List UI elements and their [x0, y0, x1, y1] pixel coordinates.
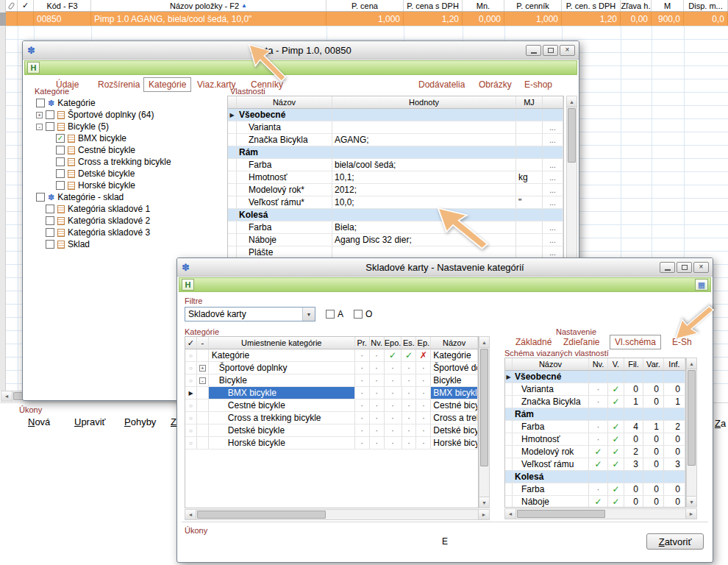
checkbox[interactable]	[36, 99, 45, 107]
column-header-disp[interactable]: Disp. m...	[684, 0, 728, 11]
schema-hscrollbar[interactable]: ◄ ►	[504, 508, 697, 519]
ellipsis-button[interactable]: ...	[543, 159, 563, 171]
checkbox[interactable]	[46, 110, 54, 119]
checkbox[interactable]	[56, 157, 65, 166]
tree-item[interactable]: ✽ Kategórie	[33, 97, 226, 109]
column-header-m[interactable]: M	[652, 0, 684, 11]
checkbox[interactable]	[36, 193, 45, 202]
tab-eshop[interactable]: E-shop	[524, 79, 552, 90]
tab-zakladne[interactable]: Základné	[515, 337, 552, 347]
category-row[interactable]: ○ Cestné bicykle · · · · · Cestné bicykl…	[185, 399, 478, 412]
chevron-down-icon[interactable]: ▼	[302, 308, 315, 321]
property-group-row[interactable]: Kolesá	[228, 209, 563, 221]
property-value[interactable]: 10,1;	[332, 171, 516, 183]
upravit-button[interactable]: Upraviť	[74, 416, 105, 427]
column-header-pcena[interactable]: P. cena	[326, 0, 404, 11]
ellipsis-button[interactable]: ...	[543, 234, 563, 246]
schema-group-row[interactable]: Kolesá	[505, 471, 685, 483]
category-row[interactable]: ○ - Bicykle · · · · · Bicykle	[185, 374, 478, 387]
expand-icon[interactable]: +	[36, 112, 43, 118]
minimize-button[interactable]	[660, 262, 675, 273]
category-row[interactable]: ○ + Športové doplnky · · · · · Športové …	[185, 362, 478, 374]
scroll-right-icon[interactable]: ►	[685, 509, 696, 519]
ellipsis-button[interactable]: ...	[543, 121, 563, 133]
property-group-row[interactable]: Rám	[228, 146, 563, 159]
checkbox-box[interactable]	[354, 310, 363, 319]
scroll-left-icon[interactable]: ◄	[1, 391, 13, 401]
property-value[interactable]: 2012;	[332, 184, 516, 196]
scroll-thumb[interactable]	[480, 349, 488, 466]
schema-group-row[interactable]: ▶ Všeobecné	[505, 371, 685, 383]
scroll-thumb[interactable]	[688, 370, 696, 466]
category-row[interactable]: ○ Cross a trekking bicykle · · · · · Cro…	[185, 412, 478, 424]
property-value[interactable]: biela/cool šedá;	[332, 159, 516, 171]
collapse-icon[interactable]: -	[36, 124, 43, 130]
schema-row[interactable]: Náboje ✓ ✓ 0 0 0	[505, 496, 685, 508]
tree-item[interactable]: Kategória skladové 1	[33, 203, 226, 215]
scroll-thumb[interactable]	[517, 510, 605, 518]
column-header-nazov[interactable]: Názov položky - F2▲	[91, 0, 326, 11]
schema-row[interactable]: Modelový rok ✓ ✓ 2 0 0	[505, 446, 685, 458]
property-value[interactable]: AGANG;	[332, 134, 516, 146]
h-button[interactable]: H	[27, 62, 40, 74]
properties-scrollbar[interactable]: ▲	[566, 96, 577, 259]
property-group-row[interactable]: ▶ Všeobecné	[228, 109, 563, 121]
property-row[interactable]: Varianta ...	[228, 121, 563, 134]
column-header-pcena-dph[interactable]: P. cena s DPH	[404, 0, 463, 11]
scroll-left-icon[interactable]: ◄	[505, 509, 516, 519]
maximize-button[interactable]	[677, 262, 692, 273]
category-row[interactable]: ○ Detské bicykle · · · · · Detské bicykl…	[185, 424, 478, 437]
categories-vscrollbar[interactable]: ▲ ▼	[479, 336, 490, 508]
ellipsis-button[interactable]: ...	[543, 134, 563, 146]
category-row-selected[interactable]: ▶ BMX bicykle · · · · · BMX bicykle	[185, 387, 478, 399]
column-header-pcennik[interactable]: P. cenník	[504, 0, 562, 11]
tab-vl-schema[interactable]: Vl.schéma	[610, 335, 661, 349]
tree-item[interactable]: Cestné bicykle	[33, 144, 226, 156]
tree-item[interactable]: Detské bicykle	[33, 168, 226, 180]
background-zatvorit-button-partial[interactable]: Za	[715, 418, 726, 429]
expand-icon[interactable]: +	[199, 365, 206, 372]
collapse-icon[interactable]: -	[199, 377, 206, 384]
tab-zdielanie[interactable]: Zdieľanie	[563, 337, 600, 347]
property-row[interactable]: Farba Biela; ...	[228, 221, 563, 234]
checkbox-o[interactable]: O	[354, 309, 372, 319]
schema-row[interactable]: Varianta · ✓ 0 0 0	[505, 383, 685, 396]
column-header-kod[interactable]: Kód - F3	[34, 0, 91, 11]
tab-rozsirenia[interactable]: Rozšírenia	[98, 79, 140, 90]
check-column-header[interactable]: ✓	[18, 0, 34, 11]
checkbox[interactable]	[46, 216, 54, 225]
tree-item[interactable]: Horské bicykle	[33, 180, 226, 191]
maximize-button[interactable]	[543, 45, 558, 56]
tree-item[interactable]: + Športové doplnky (64)	[33, 109, 226, 121]
nastavenie-titlebar[interactable]: ✽ Skladové karty - Nastavenie kategórií …	[177, 258, 713, 277]
tab-obrazky[interactable]: Obrázky	[479, 79, 512, 90]
scroll-down-icon[interactable]: ▼	[479, 497, 489, 508]
ellipsis-button[interactable]: ...	[543, 246, 563, 258]
categories-hscrollbar[interactable]: ◄ ►	[185, 509, 490, 520]
tree-item[interactable]: - Bicykle (5)	[33, 121, 226, 132]
property-value[interactable]	[332, 121, 516, 133]
scroll-thumb[interactable]	[568, 108, 576, 163]
schema-row[interactable]: Farba · ✓ 0 0 0	[505, 483, 685, 496]
property-row[interactable]: Značka Bicykla AGANG; ...	[228, 134, 563, 146]
property-row[interactable]: Modelový rok* 2012; ...	[228, 184, 563, 196]
category-row[interactable]: ○ Kategórie · · ✓ ✓ ✗ Kategórie	[185, 349, 478, 362]
ellipsis-button[interactable]: ...	[543, 196, 563, 208]
stock-row-selected[interactable]: 00850 Pimp 1.0 AGANG, biela/cool šedá, 1…	[6, 12, 728, 26]
scroll-right-icon[interactable]: ►	[478, 510, 489, 519]
tree-item[interactable]: Kategória skladové 3	[33, 227, 226, 238]
schema-row[interactable]: Veľkosť rámu ✓ ✓ 3 0 3	[505, 458, 685, 471]
scroll-thumb[interactable]	[197, 511, 326, 519]
category-row[interactable]: ○ Horské bicykle · · · · · Horské bicykl…	[185, 437, 478, 449]
schema-row[interactable]: Hmotnosť · ✓ 0 0 0	[505, 433, 685, 446]
filter-dropdown[interactable]: Skladové karty ▼	[185, 307, 315, 321]
tab-kategorie[interactable]: Kategórie	[143, 77, 191, 92]
schema-vscrollbar[interactable]: ▲ ▼	[686, 358, 697, 508]
tab-dodavatelia[interactable]: Dodávatelia	[418, 79, 465, 90]
column-header-zlava[interactable]: Zľava h.	[621, 0, 652, 11]
scroll-down-icon[interactable]: ▼	[687, 496, 696, 507]
column-header-mn[interactable]: Mn.	[463, 0, 504, 11]
schema-row[interactable]: Značka Bicykla · ✓ 1 0 1	[505, 396, 685, 408]
ellipsis-button[interactable]: ...	[543, 184, 563, 196]
checkbox[interactable]	[46, 122, 54, 131]
